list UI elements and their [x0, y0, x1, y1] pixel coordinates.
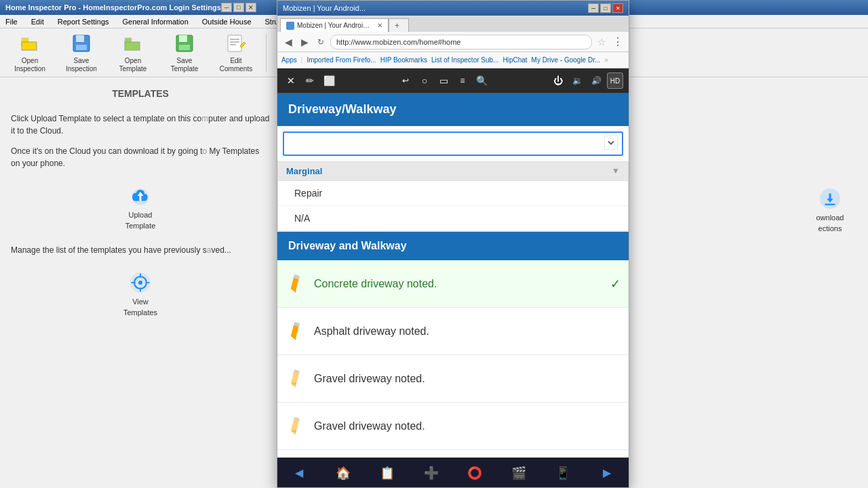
asphalt-template-item[interactable]: Asphalt driveway noted.: [277, 308, 629, 355]
volume-up-icon[interactable]: 🔊: [588, 73, 604, 89]
save-template-button[interactable]: SaveTemplate: [160, 31, 209, 75]
section-header: Driveway/Walkway: [277, 93, 629, 126]
mobile-content: Driveway/Walkway Marginal ▼ Repair N/A D…: [277, 93, 629, 458]
concrete-template-item[interactable]: Concrete driveway noted. ✓: [277, 260, 629, 308]
bookmarks-bar: Apps | Imported From Firefo... HIP Bookm…: [277, 52, 629, 68]
svg-rect-4: [76, 45, 87, 50]
upload-template-label-line1: Upload: [129, 211, 153, 219]
open-inspection-button[interactable]: OpenInspection: [5, 31, 54, 75]
url-input[interactable]: [330, 35, 592, 49]
dropdown-arrow-icon[interactable]: [604, 136, 618, 152]
pencil-tool-icon[interactable]: ✏: [302, 73, 318, 89]
bookmark-hipchat[interactable]: HipChat: [502, 56, 527, 64]
gravel2-template-item[interactable]: Gravel driveway noted.: [277, 403, 629, 450]
menu-report-settings[interactable]: Report Settings: [55, 16, 112, 27]
browser-maximize[interactable]: □: [600, 3, 611, 13]
open-template-button[interactable]: OpenTemplate: [108, 31, 157, 75]
volume-down-icon[interactable]: 🔉: [569, 73, 585, 89]
nav-video-icon[interactable]: 🎬: [507, 461, 531, 485]
shape-tool-icon[interactable]: ⬜: [321, 73, 337, 89]
gravel1-template-text: Gravel driveway noted.: [314, 373, 620, 385]
circle-tool[interactable]: ○: [416, 73, 433, 89]
nav-forward-icon[interactable]: ▶: [595, 461, 619, 485]
view-templates-button[interactable]: View Templates: [113, 270, 167, 317]
undo-icon[interactable]: ↩: [397, 73, 414, 89]
bookmark-hip[interactable]: HIP Bookmarks: [380, 56, 427, 64]
upload-template-label-line2: Template: [125, 222, 156, 230]
bookmarks-more[interactable]: »: [604, 56, 608, 64]
marginal-option[interactable]: Marginal: [286, 166, 322, 176]
close-mobile-icon[interactable]: ✕: [283, 73, 299, 89]
zoom-tool[interactable]: 🔍: [473, 73, 490, 89]
nav-back-icon[interactable]: ◀: [287, 461, 311, 485]
forward-button[interactable]: ▶: [298, 35, 311, 49]
bookmark-inspector[interactable]: List of Inspector Sub...: [431, 56, 499, 64]
download-inspections-button[interactable]: ownload ections: [803, 186, 857, 233]
pencil-icon-gravel2: [285, 416, 306, 436]
tab-mobizen[interactable]: Mobizen | Your Android... ✕: [280, 18, 389, 32]
repair-option[interactable]: Repair: [278, 181, 628, 206]
menu-tool[interactable]: ≡: [454, 73, 471, 89]
asphalt-template-text: Asphalt driveway noted.: [314, 325, 620, 338]
browser-minimize[interactable]: ─: [588, 3, 599, 13]
nav-home-icon[interactable]: 🏠: [331, 461, 355, 485]
svg-point-30: [138, 281, 142, 285]
bookmark-star[interactable]: ☆: [595, 35, 608, 49]
menu-file[interactable]: File: [3, 16, 20, 27]
reload-button[interactable]: ↻: [314, 35, 328, 49]
pencil-icon-asphalt: [285, 321, 306, 342]
template-desc-3: Manage the list of the templates you hav…: [11, 244, 270, 256]
browser-close[interactable]: ✕: [612, 3, 623, 13]
edit-comments-button[interactable]: EditComments: [212, 31, 260, 75]
app-title: Home Inspector Pro - HomeInspectorPro.co…: [0, 3, 221, 12]
gravel1-template-item[interactable]: Gravel driveway noted.: [277, 355, 629, 403]
edit-comments-icon: [225, 33, 247, 54]
nav-gallery-icon[interactable]: 📱: [551, 461, 575, 485]
view-templates-label-line2: Templates: [123, 308, 157, 317]
template-items-list: Concrete driveway noted. ✓ Asphalt drive…: [277, 260, 629, 458]
tab-label: Mobizen | Your Android...: [297, 22, 372, 29]
condition-dropdown-input[interactable]: [283, 131, 623, 156]
open-inspection-icon: [19, 33, 41, 54]
close-button[interactable]: ✕: [245, 3, 256, 12]
save-inspection-button[interactable]: SaveInspection: [57, 31, 106, 75]
view-templates-icon: [124, 270, 157, 295]
upload-template-button[interactable]: Upload Template: [113, 183, 167, 230]
maximize-button[interactable]: □: [233, 3, 244, 12]
nav-add-icon[interactable]: ➕: [419, 461, 443, 485]
template-desc-1: Click Upload Template to select a templa…: [11, 113, 270, 137]
svg-rect-1: [22, 42, 37, 50]
browser-title: Mobizen | Your Android...: [280, 4, 366, 12]
tab-close-icon[interactable]: ✕: [377, 22, 382, 29]
back-button[interactable]: ◀: [281, 35, 295, 49]
view-templates-label-line1: View: [132, 298, 149, 306]
upload-cloud-icon: [124, 184, 157, 208]
pencil-icon-gravel1: [285, 369, 306, 389]
save-inspection-label: SaveInspection: [66, 57, 97, 73]
minimize-button[interactable]: ─: [221, 3, 232, 12]
bookmark-apps[interactable]: Apps: [281, 56, 297, 64]
rect-tool[interactable]: ▭: [435, 73, 452, 89]
browser-window: Mobizen | Your Android... ─ □ ✕ Mobizen …: [277, 0, 629, 488]
mid-tools: ↩ ○ ▭ ≡ 🔍: [397, 73, 490, 89]
na-option[interactable]: N/A: [278, 206, 628, 231]
menu-outside-house[interactable]: Outside House: [199, 16, 254, 27]
download-label-2: ections: [818, 224, 842, 232]
power-icon[interactable]: ⏻: [550, 73, 566, 89]
tab-new[interactable]: +: [389, 18, 409, 32]
hd-badge: HD: [607, 73, 623, 89]
more-options-button[interactable]: ⋮: [611, 35, 625, 49]
nav-circle-icon[interactable]: ⭕: [462, 461, 487, 485]
menu-edit[interactable]: Edit: [28, 16, 47, 27]
download-icon: [814, 186, 846, 211]
bookmark-drive[interactable]: My Drive - Google Dr...: [532, 56, 601, 64]
menu-general-info[interactable]: General Information: [120, 16, 191, 27]
bookmark-imported[interactable]: Imported From Firefo...: [307, 56, 376, 64]
view-templates-container: View Templates: [11, 270, 270, 317]
no-driveway-template-item[interactable]: No driveway noted.: [277, 450, 629, 458]
open-template-icon: [122, 33, 144, 54]
upload-template-container: Upload Template: [11, 183, 270, 230]
save-inspection-icon: [71, 33, 92, 54]
nav-copy-icon[interactable]: 📋: [375, 461, 399, 485]
right-tools: ⏻ 🔉 🔊 HD: [550, 73, 623, 89]
